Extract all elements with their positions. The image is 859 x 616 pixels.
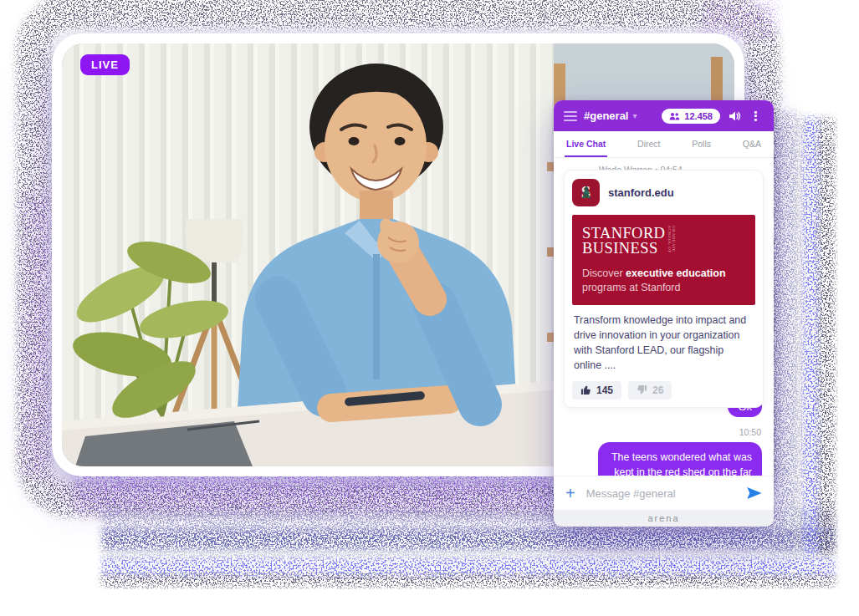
brand-line-1: STANFORD [582, 226, 665, 241]
message-input-row: + [554, 476, 774, 510]
tab-polls[interactable]: Polls [690, 131, 713, 157]
more-options-icon[interactable]: ⋮ [748, 109, 764, 122]
link-source: stanford.edu [608, 186, 674, 199]
stanford-logo: S [572, 179, 600, 206]
dislike-count: 26 [652, 384, 663, 396]
chat-panel: #general ▾ 12.458 ⋮ Live Chat Direct Pol… [554, 100, 774, 527]
stanford-banner: STANFORD BUSINESS GRADUATE SCHOOL OF Dis… [572, 215, 755, 305]
menu-icon[interactable] [564, 111, 577, 121]
powered-by-footer: arena [554, 510, 774, 527]
banner-headline: Discover executive education programs at… [582, 267, 745, 295]
chat-tabs: Live Chat Direct Polls Q&A [554, 131, 774, 158]
arena-logo: arena [647, 513, 679, 523]
like-button[interactable]: 145 [572, 381, 621, 400]
tab-live-chat[interactable]: Live Chat [565, 131, 607, 157]
thumb-down-icon [637, 384, 647, 395]
attach-icon[interactable]: + [565, 485, 575, 501]
live-badge: LIVE [80, 54, 130, 75]
thumb-up-icon [580, 384, 591, 395]
send-icon[interactable] [746, 486, 762, 500]
chevron-down-icon: ▾ [632, 112, 637, 120]
message-timestamp: 10:50 [566, 427, 761, 437]
viewers-icon [669, 112, 680, 120]
viewers-count-pill: 12.458 [662, 109, 720, 124]
brand-line-2: BUSINESS [582, 241, 665, 256]
link-description: Transform knowledge into impact and driv… [574, 313, 754, 374]
outgoing-message-bubble: The teens wondered what was kept in the … [598, 442, 762, 476]
page-background: LIVE #general ▾ 12.458 ⋮ [0, 0, 859, 616]
like-count: 145 [596, 384, 613, 396]
chat-header: #general ▾ 12.458 ⋮ [554, 100, 774, 131]
volume-icon[interactable] [729, 110, 741, 122]
link-preview-card[interactable]: S stanford.edu STANFORD BUSINESS [564, 170, 764, 408]
reaction-row: 145 26 [572, 381, 755, 400]
message-input[interactable] [585, 486, 737, 501]
channel-name: #general [584, 109, 628, 122]
stanford-tree-icon [581, 186, 591, 199]
viewers-count: 12.458 [684, 111, 713, 121]
link-source-row: S stanford.edu [572, 179, 755, 206]
channel-selector[interactable]: #general ▾ [584, 109, 637, 122]
dislike-button[interactable]: 26 [628, 381, 672, 400]
tab-direct[interactable]: Direct [636, 131, 662, 157]
brand-vertical-text: GRADUATE SCHOOL OF [667, 226, 676, 256]
chat-message-list: Wade Warren • 04:54 S stanford.edu STAN [554, 158, 774, 476]
tab-qa[interactable]: Q&A [741, 131, 763, 157]
stanford-business-wordmark: STANFORD BUSINESS GRADUATE SCHOOL OF [582, 226, 745, 256]
